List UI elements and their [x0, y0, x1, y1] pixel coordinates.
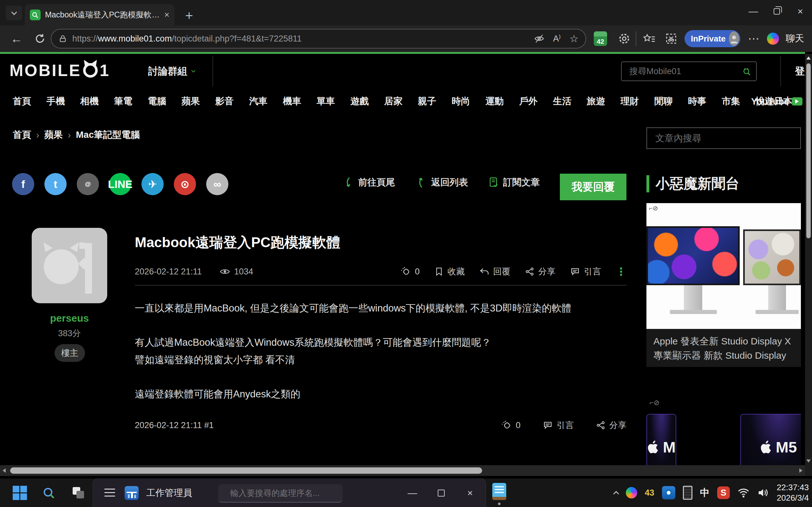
outlook-icon[interactable] [662, 486, 675, 499]
read-aloud-icon[interactable]: A) [553, 34, 561, 44]
mobile01-logo[interactable]: MOBILE 1 [9, 61, 110, 80]
news-article-image-2[interactable]: M5 M [647, 411, 801, 465]
nav-item[interactable]: 閒聊 [654, 95, 673, 108]
nav-item[interactable]: 機車 [283, 95, 301, 108]
author-name[interactable]: perseus [32, 313, 107, 324]
nav-item[interactable]: 汽車 [249, 95, 267, 108]
scroll-left-arrow[interactable] [3, 468, 6, 473]
tm-maximize-button[interactable] [431, 479, 451, 507]
tm-minimize-button[interactable]: — [402, 479, 422, 507]
nav-item[interactable]: 生活 [553, 95, 571, 108]
tab-close-icon[interactable]: × [164, 10, 169, 20]
telegram-icon[interactable]: ✈ [142, 173, 164, 195]
author-avatar[interactable] [32, 228, 107, 303]
weibo-icon[interactable]: ⊙ [174, 173, 196, 195]
back-button[interactable]: ← [7, 25, 26, 52]
extensions-gear-icon[interactable] [615, 25, 633, 52]
nav-item[interactable]: 首頁 [13, 95, 31, 108]
copilot-chat-label[interactable]: 聊天 [782, 25, 808, 52]
facebook-icon[interactable]: f [12, 173, 34, 195]
apple-chip-tile[interactable]: M [647, 414, 676, 465]
breadcrumb-category[interactable]: Mac筆記型電腦 [76, 129, 140, 141]
reply-button[interactable]: 我要回覆 [560, 174, 626, 200]
nav-item[interactable]: 手機 [46, 95, 65, 108]
favorite-star-icon[interactable]: ☆ [569, 33, 578, 45]
bookmark-button[interactable]: 收藏 [434, 266, 465, 277]
nav-item[interactable]: 時事 [688, 95, 706, 108]
nav-item[interactable]: 單車 [316, 95, 335, 108]
threads-icon[interactable]: @ [77, 173, 99, 195]
window-close-button[interactable]: × [789, 0, 812, 23]
quote-link[interactable]: 引言 [543, 419, 574, 431]
nav-item[interactable]: 電腦 [148, 95, 166, 108]
in-article-search-input[interactable] [655, 133, 793, 144]
inprivate-badge[interactable]: InPrivate [684, 30, 740, 47]
apple-chip-tile[interactable]: M5 [740, 414, 801, 465]
site-search-input[interactable] [629, 66, 742, 77]
nav-item-youtube[interactable]: YouTube [751, 89, 803, 114]
wifi-icon[interactable] [738, 487, 750, 498]
address-bar[interactable]: https://www.mobile01.com/topicdetail.php… [51, 29, 586, 49]
task-manager-search-input[interactable] [230, 488, 337, 498]
nav-item[interactable]: 蘋果 [182, 95, 200, 108]
discussion-groups-menu[interactable]: 討論群組 [148, 54, 195, 89]
window-restore-button[interactable] [765, 0, 789, 23]
nav-item[interactable]: 居家 [384, 95, 403, 108]
volume-icon[interactable] [757, 487, 769, 498]
news-article-caption[interactable]: Apple 發表全新 Studio Display X 專業顯示器 新款 Stu… [647, 329, 801, 367]
horizontal-scrollbar-thumb[interactable] [10, 467, 482, 474]
share-link[interactable]: 分享 [596, 419, 626, 431]
settings-more-button[interactable]: ⋯ [745, 25, 763, 52]
nav-item[interactable]: 遊戲 [351, 95, 369, 108]
reply-link[interactable]: 回覆 [479, 266, 510, 277]
vertical-scrollbar-thumb[interactable] [806, 63, 811, 238]
hidden-icons-chevron[interactable] [613, 491, 619, 497]
search-icon[interactable] [742, 66, 751, 77]
breadcrumb-apple[interactable]: 蘋果 [44, 129, 63, 141]
nav-item[interactable]: 筆電 [114, 95, 132, 108]
new-tab-button[interactable]: ＋ [183, 6, 195, 24]
taskbar-clock[interactable]: 22:37:43 2026/3/4 [777, 482, 809, 503]
notepad-taskbar-icon[interactable] [492, 483, 506, 500]
tracking-prevention-eye-slash-icon[interactable] [534, 34, 544, 44]
quote-link[interactable]: 引言 [570, 266, 601, 277]
nav-item[interactable]: 時尚 [452, 95, 470, 108]
web-capture-icon[interactable] [662, 25, 680, 52]
breadcrumb-home[interactable]: 首頁 [13, 129, 31, 141]
window-minimize-button[interactable]: — [742, 0, 765, 23]
hamburger-menu-icon[interactable] [104, 489, 115, 497]
site-search-box[interactable] [621, 61, 757, 81]
taskbar-search-button[interactable] [38, 478, 60, 507]
back-to-list-link[interactable]: 返回列表 [417, 176, 468, 189]
nav-item[interactable]: 影音 [215, 95, 234, 108]
start-button[interactable] [13, 486, 27, 500]
copilot-tray-icon[interactable] [626, 487, 637, 498]
clap-button[interactable]: 0 [502, 420, 520, 430]
twitter-icon[interactable]: t [44, 173, 67, 195]
news-article-image[interactable]: ⌐⊘ [647, 203, 801, 329]
s-app-icon[interactable]: S [717, 487, 730, 499]
browser-tab[interactable]: Macbook遠瑞登入PC跑模擬軟體 - × [25, 4, 174, 25]
line-icon[interactable]: LINE [109, 173, 131, 195]
tab-search-button[interactable] [6, 6, 22, 20]
refresh-button[interactable] [31, 25, 49, 52]
scroll-right-arrow[interactable] [799, 468, 803, 473]
copilot-icon[interactable] [765, 25, 781, 52]
in-article-search-box[interactable] [647, 127, 801, 149]
task-manager-search-box[interactable] [218, 484, 343, 503]
ime-language-indicator[interactable]: 中 [700, 487, 710, 499]
nav-item[interactable]: 理財 [620, 95, 639, 108]
extension-badge-icon[interactable]: 42 [593, 25, 608, 52]
profile-avatar[interactable] [729, 32, 739, 46]
task-view-button[interactable] [67, 478, 90, 507]
tray-badge-count[interactable]: 43 [645, 488, 654, 498]
vertical-scrollbar[interactable] [805, 54, 812, 465]
nav-item[interactable]: 戶外 [519, 95, 538, 108]
favorites-bar-icon[interactable] [640, 25, 658, 52]
nav-item[interactable]: 運動 [485, 95, 504, 108]
task-manager-window[interactable]: 工作管理員 — × [93, 478, 486, 507]
tm-close-button[interactable]: × [460, 479, 480, 507]
url-text[interactable]: https://www.mobile01.com/topicdetail.php… [72, 34, 302, 44]
scroll-down-arrow[interactable] [806, 459, 811, 463]
nav-item[interactable]: 親子 [418, 95, 436, 108]
